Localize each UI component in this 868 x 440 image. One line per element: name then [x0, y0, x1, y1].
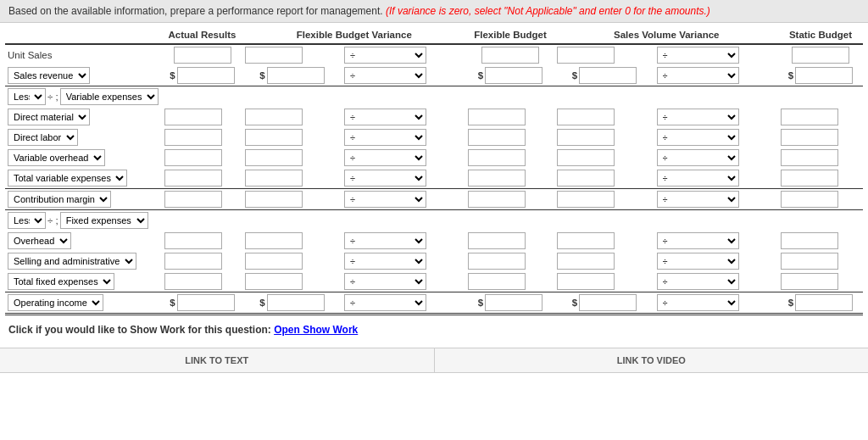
variable-expenses-select[interactable]: Variable expenses: [60, 88, 159, 105]
operating-income-actual-input[interactable]: [177, 294, 235, 311]
direct-labor-flex-var-input[interactable]: [245, 129, 303, 146]
unit-sales-flex-bud-input[interactable]: [481, 47, 539, 64]
total-variable-sales-var-select[interactable]: ÷ Not Applicable Favorable Unfavorable: [657, 170, 739, 187]
sales-revenue-flex-var-dollar: $: [259, 70, 264, 81]
link-to-video-button[interactable]: LINK TO VIDEO: [435, 348, 869, 373]
operating-income-sales-var-input[interactable]: [579, 294, 637, 311]
overhead-flex-var-input[interactable]: [245, 232, 303, 249]
sales-revenue-select[interactable]: Sales revenue: [8, 67, 90, 84]
total-variable-flex-bud-input[interactable]: [468, 170, 526, 187]
operating-income-flex-var-input[interactable]: [267, 294, 325, 311]
contribution-margin-flex-bud-input[interactable]: [468, 191, 526, 208]
sales-revenue-actual-input[interactable]: [177, 67, 235, 84]
sales-revenue-flex-bud-dollar: $: [478, 70, 483, 81]
total-fixed-sales-var-select[interactable]: ÷ Not Applicable Favorable Unfavorable: [657, 273, 739, 290]
less-variable-select[interactable]: Less: [8, 88, 46, 105]
variable-overhead-flex-bud-input[interactable]: [468, 149, 526, 166]
sales-revenue-flex-var-input[interactable]: [267, 67, 325, 84]
operating-income-flex-var-select[interactable]: ÷ Not Applicable Favorable Unfavorable: [344, 294, 426, 311]
selling-admin-static-input[interactable]: [781, 253, 838, 270]
unit-sales-flex-var-input[interactable]: [245, 47, 303, 64]
total-variable-flex-var-select[interactable]: ÷ Not Applicable Favorable Unfavorable: [344, 170, 426, 187]
sales-revenue-sales-var-input[interactable]: [579, 67, 637, 84]
contribution-margin-sales-var-select[interactable]: ÷ Not Applicable Favorable Unfavorable: [657, 191, 739, 208]
selling-admin-actual-input[interactable]: [164, 253, 222, 270]
direct-material-static-input[interactable]: [781, 109, 838, 125]
variable-overhead-sales-var-select[interactable]: ÷ Not Applicable Favorable Unfavorable: [657, 149, 739, 166]
selling-admin-sales-var-select[interactable]: ÷ Not Applicable Favorable Unfavorable: [657, 253, 739, 270]
variable-overhead-sales-var-input[interactable]: [557, 149, 615, 166]
selling-admin-flex-var-select[interactable]: ÷ Not Applicable Favorable Unfavorable: [344, 253, 426, 270]
direct-labor-flex-bud-input[interactable]: [468, 129, 526, 146]
variable-overhead-select[interactable]: Variable overhead: [8, 149, 105, 166]
direct-material-actual-input[interactable]: [164, 109, 222, 125]
contribution-margin-sales-var-input[interactable]: [557, 191, 615, 208]
selling-admin-select[interactable]: Selling and administrative: [8, 253, 136, 270]
selling-admin-sales-var-input[interactable]: [557, 253, 615, 270]
sales-revenue-sales-var-select[interactable]: ÷ Not Applicable Favorable Unfavorable: [657, 67, 739, 84]
operating-income-static-input[interactable]: [795, 294, 853, 311]
sales-revenue-static-dollar: $: [788, 70, 793, 81]
less-fixed-select[interactable]: Less: [8, 212, 46, 229]
variable-overhead-actual-input[interactable]: [164, 149, 222, 166]
operating-income-sales-var-select[interactable]: ÷ Not Applicable Favorable Unfavorable: [657, 294, 739, 311]
direct-labor-sales-var-input[interactable]: [557, 129, 615, 146]
direct-material-flex-var-select[interactable]: ÷ Not Applicable Favorable Unfavorable: [344, 109, 426, 125]
direct-material-flex-var-input[interactable]: [245, 109, 303, 125]
overhead-actual-input[interactable]: [164, 232, 222, 249]
overhead-sales-var-select[interactable]: ÷ Not Applicable Favorable Unfavorable: [657, 232, 739, 249]
total-variable-static-input[interactable]: [781, 170, 838, 187]
overhead-static-input[interactable]: [781, 232, 838, 249]
sales-revenue-flex-bud-input[interactable]: [485, 67, 542, 84]
direct-labor-select[interactable]: Direct labor: [8, 129, 78, 146]
unit-sales-actual-input[interactable]: [174, 47, 231, 64]
col-header-static: Static Budget: [778, 26, 863, 44]
direct-material-select[interactable]: Direct material: [8, 109, 90, 125]
direct-labor-sales-var-select[interactable]: ÷ Not Applicable Favorable Unfavorable: [657, 129, 739, 146]
direct-material-sales-var-input[interactable]: [557, 109, 615, 125]
sales-revenue-flex-var-select[interactable]: ÷ Not Applicable Favorable Unfavorable: [344, 67, 426, 84]
selling-admin-flex-var-input[interactable]: [245, 253, 303, 270]
total-fixed-sales-var-input[interactable]: [557, 273, 615, 290]
open-show-work-link[interactable]: Open Show Work: [274, 324, 358, 336]
selling-admin-flex-bud-input[interactable]: [468, 253, 526, 270]
total-variable-flex-var-input[interactable]: [245, 170, 303, 187]
unit-sales-static-input[interactable]: [792, 47, 849, 64]
contribution-margin-flex-var-input[interactable]: [245, 191, 303, 208]
overhead-select[interactable]: Overhead: [8, 232, 71, 249]
total-fixed-actual-input[interactable]: [164, 273, 222, 290]
total-variable-sales-var-input[interactable]: [557, 170, 615, 187]
overhead-flex-bud-input[interactable]: [468, 232, 526, 249]
direct-material-sales-var-select[interactable]: ÷ Not Applicable Favorable Unfavorable: [657, 109, 739, 125]
total-fixed-flex-var-input[interactable]: [245, 273, 303, 290]
contribution-margin-flex-var-select[interactable]: ÷ Not Applicable Favorable Unfavorable: [344, 191, 426, 208]
overhead-sales-var-input[interactable]: [557, 232, 615, 249]
direct-labor-flex-var-select[interactable]: ÷ Not Applicable Favorable Unfavorable: [344, 129, 426, 146]
direct-labor-actual-input[interactable]: [164, 129, 222, 146]
direct-material-flex-bud-input[interactable]: [468, 109, 526, 125]
sales-revenue-actual-dollar: $: [170, 70, 175, 81]
unit-sales-sales-var-select[interactable]: ÷ Not Applicable Favorable Unfavorable: [657, 47, 739, 64]
direct-labor-static-input[interactable]: [781, 129, 838, 146]
link-to-text-button[interactable]: LINK TO TEXT: [0, 348, 435, 373]
variable-overhead-flex-var-input[interactable]: [245, 149, 303, 166]
operating-income-flex-bud-input[interactable]: [485, 294, 542, 311]
contribution-margin-static-input[interactable]: [781, 191, 838, 208]
fixed-expenses-select[interactable]: Fixed expenses: [60, 212, 148, 229]
operating-income-flex-var-dollar: $: [259, 298, 264, 308]
operating-income-select[interactable]: Operating income: [8, 294, 103, 311]
sales-revenue-static-input[interactable]: [795, 67, 853, 84]
total-variable-expenses-select[interactable]: Total variable expenses: [8, 170, 127, 187]
total-fixed-flex-bud-input[interactable]: [468, 273, 526, 290]
contribution-margin-actual-input[interactable]: [164, 191, 222, 208]
unit-sales-sales-var-input[interactable]: [557, 47, 615, 64]
variable-overhead-static-input[interactable]: [781, 149, 838, 166]
total-fixed-select[interactable]: Total fixed expenses: [8, 273, 114, 290]
total-variable-actual-input[interactable]: [164, 170, 222, 187]
total-fixed-static-input[interactable]: [781, 273, 838, 290]
contribution-margin-select[interactable]: Contribution margin: [8, 191, 111, 208]
variable-overhead-flex-var-select[interactable]: ÷ Not Applicable Favorable Unfavorable: [344, 149, 426, 166]
total-fixed-flex-var-select[interactable]: ÷ Not Applicable Favorable Unfavorable: [344, 273, 426, 290]
overhead-flex-var-select[interactable]: ÷ Not Applicable Favorable Unfavorable: [344, 232, 426, 249]
unit-sales-flex-var-select[interactable]: ÷ Not Applicable Favorable Unfavorable: [344, 47, 426, 64]
